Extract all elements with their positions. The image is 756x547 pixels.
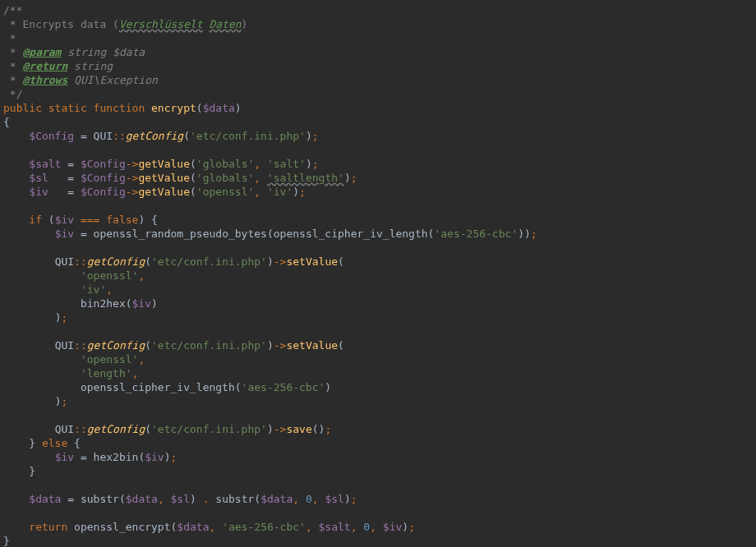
- comment-open: /**: [3, 4, 22, 16]
- arg: 'openssl',: [81, 269, 145, 282]
- comment-line: * Encrypts data (Versch­lüsselt Daten): [3, 18, 247, 30]
- arg: openssl_cipher_iv_length('aes-256-cbc'): [81, 381, 331, 393]
- assign-iv: $iv = $Config->getValue('openssl', 'iv')…: [29, 186, 306, 198]
- comment-return: * @return string: [3, 60, 113, 72]
- arg: 'iv',: [81, 283, 113, 296]
- hex2bin: $iv = hex2bin($iv);: [55, 451, 177, 463]
- close-call: );: [55, 311, 68, 324]
- save-call: QUI::getConfig('etc/conf.ini.php')->save…: [55, 423, 332, 435]
- arg: 'openssl',: [81, 353, 145, 365]
- setvalue-len: QUI::getConfig('etc/conf.ini.php')->setV…: [55, 339, 344, 352]
- return-line: return openssl_encrypt($data, 'aes-256-c…: [29, 521, 415, 533]
- brace: }: [29, 465, 35, 477]
- code-block: /** * Encrypts data (Versch­lüsselt Date…: [0, 0, 756, 547]
- setvalue-iv: QUI::getConfig('etc/conf.ini.php')->setV…: [55, 255, 344, 268]
- arg: bin2hex($iv): [81, 297, 158, 310]
- assign-config: $Config = QUI::getConfig('etc/conf.ini.p…: [29, 130, 318, 142]
- comment-throws: * @throws QUI\Exception: [3, 74, 158, 86]
- comment-line: *: [3, 32, 16, 44]
- comment-close: */: [3, 88, 22, 100]
- if-line: if ($iv === false) {: [29, 214, 158, 226]
- data-substr: $data = substr($data, $sl) . substr($dat…: [29, 493, 357, 505]
- brace: {: [3, 116, 10, 128]
- func-signature: public static function encrypt($data): [3, 102, 242, 114]
- arg: 'length',: [81, 367, 138, 379]
- comment-param: * @param string $data: [3, 46, 145, 58]
- close-call: );: [55, 395, 68, 407]
- brace: }: [3, 535, 10, 547]
- else-line: } else {: [29, 437, 81, 449]
- gen-iv: $iv = openssl_random_pseudo_bytes(openss…: [55, 228, 537, 240]
- assign-salt: $salt = $Config->getValue('globals', 'sa…: [29, 158, 318, 170]
- assign-sl: $sl = $Config->getValue('globals', 'salt…: [29, 172, 357, 184]
